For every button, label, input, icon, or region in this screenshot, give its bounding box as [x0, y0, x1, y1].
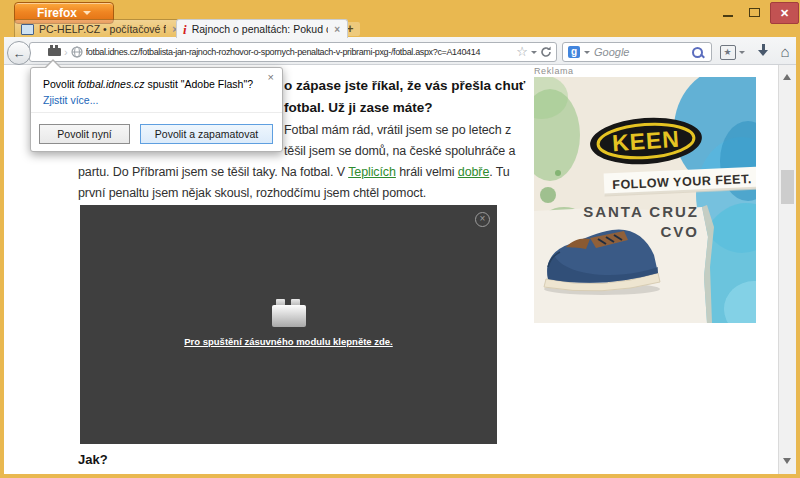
globe-icon [71, 46, 83, 58]
svg-text:KEEN: KEEN [611, 126, 681, 157]
article-text-line: partu. Do Příbrami jsem se těšil taky. N… [78, 165, 510, 179]
chevron-down-icon [83, 11, 91, 19]
article-heading-line2: fotbal. Už ji zase máte? [284, 100, 433, 115]
blocked-plugin-area[interactable]: × Pro spuštění zásuvného modulu klepněte… [80, 205, 497, 444]
firefox-menu-label: Firefox [37, 6, 77, 20]
close-window-button[interactable]: ✕ [770, 2, 799, 24]
browser-window: Firefox ✕ PC-HELP.CZ • počítačové fórum … [0, 0, 800, 478]
url-text[interactable]: fotbal.idnes.cz/fotbalista-jan-rajnoch-r… [86, 47, 514, 57]
reload-icon[interactable] [540, 46, 552, 58]
home-button[interactable]: ⌂ [776, 41, 794, 61]
allow-now-button[interactable]: Povolit nyní [39, 124, 130, 144]
maximize-button[interactable] [742, 4, 766, 20]
plugin-brick-icon[interactable] [272, 305, 306, 327]
ad-label: Reklama [534, 66, 574, 76]
scroll-up-icon[interactable] [783, 70, 791, 80]
tab-rajnoch-active[interactable]: i Rajnoch o penaltách: Pokud chceme ... … [176, 19, 348, 38]
idnes-favicon-icon: i [183, 25, 187, 34]
learn-more-link[interactable]: Zjistit více... [43, 94, 98, 106]
article-text-line: Fotbal mám rád, vrátil jsem se po letech… [284, 123, 511, 137]
ad-text-link[interactable]: dobře [458, 165, 489, 179]
article-heading-line1: o zápase jste říkal, že vás přešla chuť [284, 78, 525, 93]
flash-permission-popup: × Povolit fotbal.idnes.cz spustit "Adobe… [30, 67, 283, 152]
close-icon[interactable]: × [475, 212, 490, 227]
tab-close-icon[interactable]: × [333, 24, 341, 35]
ad-product-line2: CVO [660, 223, 699, 240]
tab-pchelp[interactable]: PC-HELP.CZ • počítačové fórum a pc... × [14, 19, 186, 38]
site-name: fotbal.idnes.cz [77, 78, 144, 90]
vertical-scrollbar[interactable] [778, 64, 796, 474]
ad-text-link[interactable]: Teplicích [348, 165, 396, 179]
search-engine-dropdown-icon[interactable] [584, 51, 590, 57]
ad-product-line1: SANTA CRUZ [583, 203, 699, 220]
bookmarks-panel-button[interactable]: ★ [716, 43, 748, 61]
popup-message: Povolit fotbal.idnes.cz spustit "Adobe F… [43, 78, 253, 90]
tab-title: Rajnoch o penaltách: Pokud chceme ... [192, 23, 329, 35]
search-placeholder[interactable]: Google [594, 46, 688, 58]
google-favicon-icon: g [568, 46, 580, 58]
url-dropdown-icon[interactable] [531, 51, 537, 57]
divider [31, 112, 282, 113]
url-bar[interactable]: › fotbal.idnes.cz/fotbalista-jan-rajnoch… [29, 42, 557, 62]
plugin-brick-icon[interactable] [48, 48, 61, 56]
allow-remember-button[interactable]: Povolit a zapamatovat [140, 124, 273, 144]
tab-title: PC-HELP.CZ • počítačové fórum a pc... [39, 23, 166, 35]
article-text-line: těšil jsem se domů, na české spoluhráče … [284, 144, 515, 158]
chevron-down-icon [739, 51, 745, 57]
downloads-button[interactable] [754, 43, 772, 61]
scroll-down-icon[interactable] [783, 458, 791, 468]
scrollbar-thumb[interactable] [781, 170, 794, 204]
monitor-favicon-icon [21, 24, 34, 35]
back-button[interactable]: ← [7, 41, 31, 65]
article-subheading: Jak? [78, 452, 108, 467]
navigation-toolbar: ← › fotbal.idnes.cz/fotbalista-jan-rajno… [4, 37, 796, 65]
bookmark-star-icon[interactable]: ☆ [516, 46, 528, 58]
bookmarks-panel-icon: ★ [720, 45, 736, 60]
close-icon[interactable]: × [268, 71, 274, 83]
article-text-line: první penaltu jsem nějak skousl, rozhodč… [78, 186, 426, 200]
minimize-icon [723, 15, 733, 17]
chevron-separator-icon: › [64, 46, 68, 58]
activate-plugin-link[interactable]: Pro spuštění zásuvného modulu klepněte z… [80, 336, 497, 347]
keen-ad-banner[interactable]: KEEN FOLLOW YOUR FEET. SANTA CRUZ CVO [534, 77, 756, 323]
maximize-icon [749, 8, 760, 17]
search-icon[interactable] [692, 47, 703, 58]
search-bar[interactable]: g Google [562, 42, 712, 62]
minimize-button[interactable] [716, 4, 740, 20]
